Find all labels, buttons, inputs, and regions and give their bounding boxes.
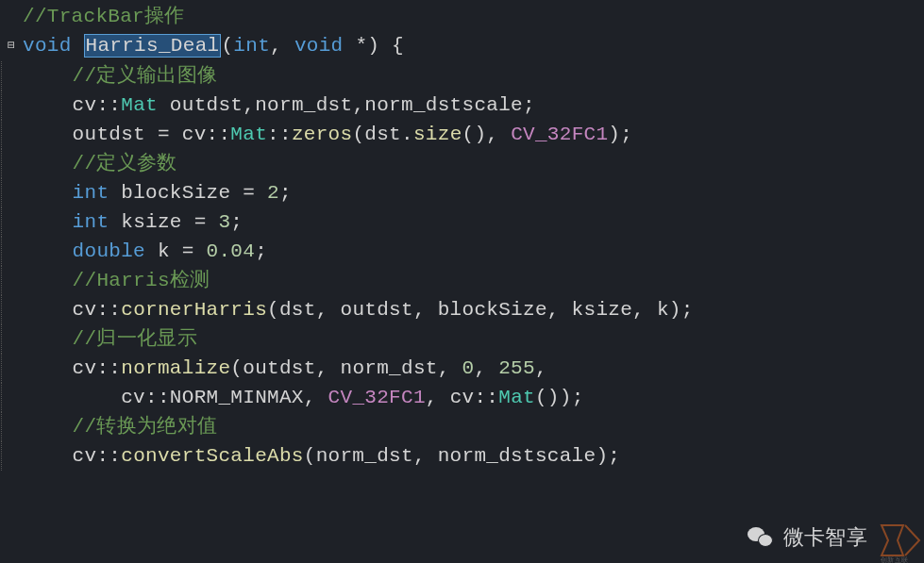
comment: //定义参数	[73, 153, 177, 174]
number-literal: 255	[498, 357, 535, 379]
scope-op: ::	[474, 387, 498, 408]
code-line: int ksize = 3;	[0, 207, 924, 237]
code-content[interactable]: void Harris_Deal(int, void *) {	[23, 31, 924, 61]
comma: ,	[304, 387, 328, 408]
selected-function-name[interactable]: Harris_Deal	[84, 34, 222, 58]
code-line: //TrackBar操作	[0, 2, 924, 31]
scope-op: ::	[267, 124, 292, 145]
comment: //转换为绝对值	[73, 416, 218, 438]
var-k: k =	[145, 240, 207, 262]
space	[72, 35, 84, 57]
code-content[interactable]: cv::cornerHarris(dst, outdst, blockSize,…	[24, 295, 924, 324]
comma: ,	[535, 357, 547, 379]
function-normalize: normalize	[121, 357, 230, 379]
code-line: //定义输出图像	[0, 61, 924, 91]
code-line: //Harris检测	[0, 266, 924, 295]
code-line: cv::NORM_MINMAX, CV_32FC1, cv::Mat());	[0, 383, 924, 412]
fold-collapse-icon[interactable]: ⊟	[8, 31, 15, 60]
function-zeros: zeros	[292, 124, 353, 145]
code-line: cv::Mat outdst,norm_dst,norm_dstscale;	[0, 91, 924, 120]
watermark-label: 微卡智享	[783, 523, 867, 552]
code-content[interactable]: //归一化显示	[24, 324, 924, 354]
code-content[interactable]: //转换为绝对值	[24, 412, 924, 441]
code-content[interactable]: int blockSize = 2;	[24, 178, 924, 207]
gutter	[1, 237, 24, 266]
gutter	[0, 2, 23, 31]
comment: //定义输出图像	[73, 65, 218, 87]
code-content[interactable]: double k = 0.04;	[24, 237, 924, 266]
number-literal: 3	[218, 211, 230, 233]
function-convertscaleabs: convertScaleAbs	[121, 445, 304, 467]
args: (dst, outdst, blockSize, ksize, k);	[267, 299, 694, 321]
function-cornerharris: cornerHarris	[121, 299, 267, 321]
svg-text:创新互联: 创新互联	[881, 556, 908, 563]
code-content[interactable]: cv::convertScaleAbs(norm_dst, norm_dstsc…	[24, 441, 924, 471]
type-mat: Mat	[121, 94, 158, 116]
gutter	[1, 91, 24, 120]
watermark: 微卡智享	[746, 523, 867, 552]
args: (),	[462, 124, 512, 145]
code-line: cv::normalize(outdst, norm_dst, 0, 255,	[0, 354, 924, 383]
var-blocksize: blockSize =	[109, 182, 267, 204]
keyword-void: void	[23, 35, 72, 57]
declaration-vars: outdst,norm_dst,norm_dstscale;	[158, 94, 535, 116]
gutter	[1, 61, 24, 91]
code-line: ⊟ void Harris_Deal(int, void *) {	[0, 31, 924, 61]
corner-logo: 创新互联	[877, 518, 924, 563]
gutter	[1, 207, 24, 237]
code-line: int blockSize = 2;	[0, 178, 924, 207]
comment: //归一化显示	[73, 328, 197, 350]
comma: ,	[270, 35, 294, 57]
type-mat: Mat	[498, 387, 535, 408]
scope-op: ::	[96, 299, 121, 321]
constant-cv32fc1: CV_32FC1	[511, 124, 608, 145]
code-content[interactable]: //定义参数	[24, 149, 924, 178]
keyword-int: int	[73, 182, 109, 204]
method-size: size	[413, 124, 462, 145]
code-content[interactable]: outdst = cv::Mat::zeros(dst.size(), CV_3…	[24, 120, 924, 149]
brace-open: {	[379, 35, 404, 57]
comma: ,	[474, 357, 498, 379]
args: (dst.	[352, 124, 413, 145]
identifier: outdst =	[73, 124, 182, 145]
namespace-cv: cv	[73, 94, 97, 116]
comment: //TrackBar操作	[23, 6, 185, 27]
semicolon: ;	[279, 182, 292, 204]
gutter	[1, 266, 24, 295]
comma: ,	[426, 387, 450, 408]
code-content[interactable]: //TrackBar操作	[23, 2, 924, 31]
scope-op: ::	[96, 445, 121, 467]
code-content[interactable]: cv::NORM_MINMAX, CV_32FC1, cv::Mat());	[24, 383, 924, 412]
scope-op: ::	[96, 94, 121, 116]
code-line: cv::convertScaleAbs(norm_dst, norm_dstsc…	[0, 441, 924, 471]
number-literal: 0.04	[207, 240, 256, 262]
code-content[interactable]: //Harris检测	[24, 266, 924, 295]
code-line: double k = 0.04;	[0, 237, 924, 266]
type-mat: Mat	[230, 124, 267, 145]
code-content[interactable]: cv::normalize(outdst, norm_dst, 0, 255,	[24, 354, 924, 383]
namespace-cv: cv	[121, 387, 145, 408]
code-content[interactable]: int ksize = 3;	[24, 207, 924, 237]
semicolon: ;	[255, 240, 267, 262]
code-line: cv::cornerHarris(dst, outdst, blockSize,…	[0, 295, 924, 324]
code-editor[interactable]: //TrackBar操作 ⊟ void Harris_Deal(int, voi…	[0, 0, 924, 471]
gutter	[1, 354, 24, 383]
scope-op: ::	[145, 387, 170, 408]
semicolon: ;	[230, 211, 243, 233]
code-line: //定义参数	[0, 149, 924, 178]
code-content[interactable]: //定义输出图像	[24, 61, 924, 91]
logo-icon: 创新互联	[877, 518, 924, 563]
keyword-double: double	[73, 240, 145, 262]
number-literal: 2	[267, 182, 279, 204]
code-line: //转换为绝对值	[0, 412, 924, 441]
gutter	[1, 441, 24, 471]
namespace-cv: cv	[73, 299, 97, 321]
gutter	[1, 383, 24, 412]
gutter	[1, 178, 24, 207]
gutter	[1, 324, 24, 354]
keyword-int: int	[233, 35, 270, 57]
code-content[interactable]: cv::Mat outdst,norm_dst,norm_dstscale;	[24, 91, 924, 120]
paren-close: )	[367, 35, 379, 57]
namespace-cv: cv	[73, 357, 97, 379]
args: (norm_dst, norm_dstscale);	[304, 445, 620, 467]
